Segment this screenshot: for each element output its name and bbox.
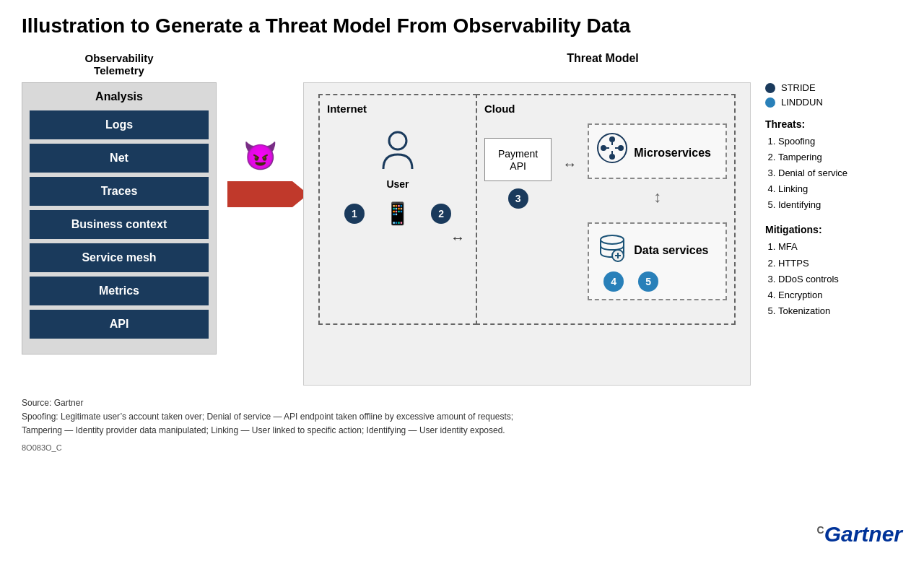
phone-icon: 📱	[384, 201, 411, 226]
svg-point-2	[609, 136, 615, 142]
obs-header-line1: Observability	[22, 52, 217, 64]
traces-button[interactable]: Traces	[30, 177, 209, 206]
threats-list: Spoofing Tampering Denial of service Lin…	[765, 134, 902, 213]
devil-icon: 😈	[243, 140, 277, 172]
microservices-box: Microservices	[588, 123, 727, 179]
left-panel: Analysis Logs Net Traces Business contex…	[22, 82, 217, 355]
user-icon	[380, 129, 416, 178]
threat-4: Linking	[778, 181, 902, 197]
legend-stride: STRIDE	[765, 82, 902, 93]
linddun-label: LINDDUN	[781, 97, 823, 108]
source-label: Source: Gartner	[22, 396, 902, 410]
threat-arrow	[227, 181, 292, 207]
obs-header-line2: Telemetry	[22, 64, 217, 77]
number-1: 1	[344, 204, 365, 224]
number-2: 2	[431, 204, 451, 224]
threat-actor-area: 😈	[217, 82, 303, 207]
cloud-section: Cloud PaymentAPI 3 ↔	[476, 94, 736, 325]
stride-label: STRIDE	[781, 82, 816, 93]
data-services-icon	[596, 231, 628, 266]
svg-point-0	[389, 132, 406, 149]
cloud-label: Cloud	[484, 103, 727, 115]
mitigations-section: Mitigations: MFA HTTPS DDoS controls Enc…	[765, 224, 902, 318]
stride-dot	[765, 83, 775, 93]
threat-3: Denial of service	[778, 165, 902, 181]
mitigations-list: MFA HTTPS DDoS controls Encryption Token…	[765, 239, 902, 318]
diagram-inner: Internet User 1 📱 2	[318, 94, 736, 325]
svg-point-10	[601, 235, 624, 244]
svg-point-4	[601, 145, 606, 151]
mitigation-2: HTTPS	[778, 256, 902, 271]
analysis-title: Analysis	[30, 90, 209, 103]
mitigations-title: Mitigations:	[765, 224, 902, 235]
data-services-label: Data services	[634, 244, 708, 257]
threat-2: Tampering	[778, 149, 902, 165]
microservices-label: Microservices	[634, 147, 711, 160]
threats-section: Threats: Spoofing Tampering Denial of se…	[765, 118, 902, 213]
payment-api-label: PaymentAPI	[498, 148, 538, 172]
linddun-dot	[765, 97, 775, 108]
service-mesh-button[interactable]: Service mesh	[30, 243, 209, 272]
threat-model-header: Threat Model	[303, 52, 902, 77]
page-title: Illustration to Generate a Threat Model …	[22, 14, 902, 38]
mitigation-5: Tokenization	[778, 303, 902, 319]
threats-title: Threats:	[765, 118, 902, 130]
footnote-text: Spoofing: Legitimate user’s account take…	[22, 410, 902, 438]
legend-linddun: LINDDUN	[765, 97, 902, 108]
threat-5: Identifying	[778, 197, 902, 213]
footnotes: Source: Gartner Spoofing: Legitimate use…	[22, 396, 902, 454]
mitigation-3: DDoS controls	[778, 271, 902, 287]
right-panel: STRIDE LINDDUN Threats: Spoofing Tamperi…	[751, 82, 902, 319]
net-button[interactable]: Net	[30, 144, 209, 173]
mitigation-1: MFA	[778, 239, 902, 255]
payment-api-box: PaymentAPI	[484, 138, 552, 181]
user-label: User	[386, 178, 409, 190]
business-context-button[interactable]: Business context	[30, 210, 209, 239]
api-button[interactable]: API	[30, 310, 209, 339]
internet-label: Internet	[327, 103, 468, 115]
footnote-id: 8O083O_C	[22, 442, 902, 455]
logs-button[interactable]: Logs	[30, 110, 209, 139]
svg-point-3	[609, 154, 615, 160]
threat-model-diagram: Internet User 1 📱 2	[303, 82, 751, 386]
telemetry-box: Analysis Logs Net Traces Business contex…	[22, 82, 217, 355]
observability-header: Observability Telemetry	[22, 52, 217, 77]
threat-1: Spoofing	[778, 134, 902, 149]
data-services-box: Data services 4 5	[588, 222, 727, 300]
legend: STRIDE LINDDUN	[765, 82, 902, 108]
micro-to-data-arrow: ↕	[588, 186, 727, 208]
gartner-logo: CGartner	[817, 522, 903, 547]
microservices-icon	[596, 132, 628, 170]
left-right-arrow: ↔	[450, 230, 465, 246]
number-5: 5	[638, 271, 658, 292]
payment-to-micro-arrow: ↔	[562, 156, 577, 173]
internet-section: Internet User 1 📱 2	[318, 94, 477, 325]
number-4: 4	[603, 271, 624, 292]
metrics-button[interactable]: Metrics	[30, 277, 209, 305]
svg-point-5	[618, 145, 624, 151]
number-3: 3	[508, 188, 528, 209]
mitigation-4: Encryption	[778, 287, 902, 303]
gartner-prefix: C	[817, 524, 824, 536]
